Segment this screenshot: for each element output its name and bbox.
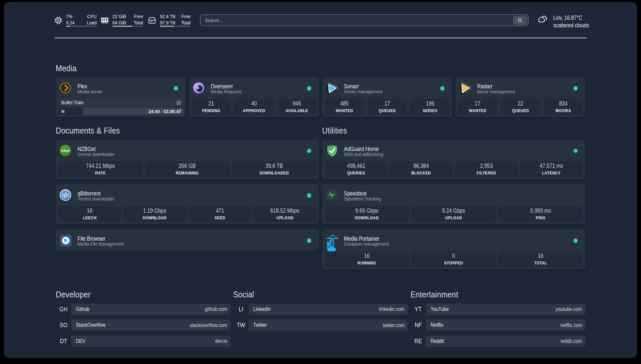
- svg-text:nzbget: nzbget: [61, 149, 70, 152]
- svg-text:qb: qb: [62, 192, 69, 198]
